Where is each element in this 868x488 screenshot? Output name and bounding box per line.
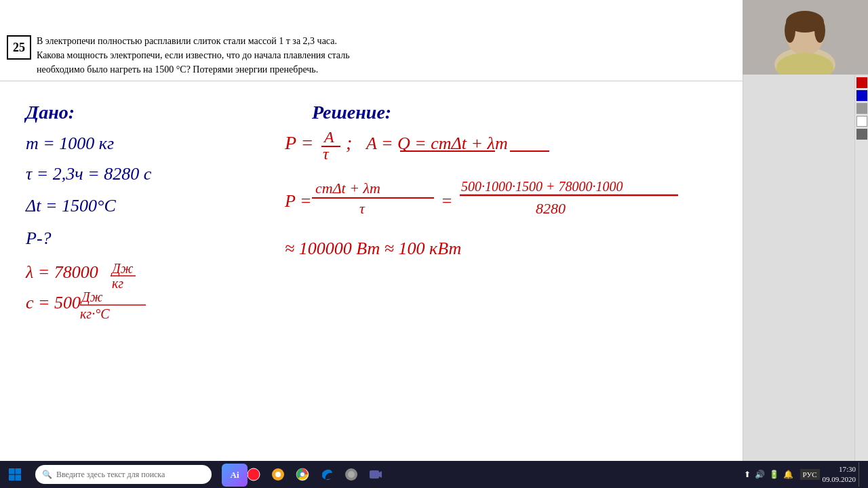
- taskbar-unknown-button[interactable]: [339, 462, 363, 487]
- taskbar-chrome-button[interactable]: [290, 462, 315, 487]
- ai-label: Ai: [231, 470, 239, 481]
- search-placeholder-text: Введите здесь текст для поиска: [56, 470, 165, 480]
- notification-icon: 🔔: [783, 470, 793, 480]
- svg-text:P-?: P-?: [25, 228, 52, 248]
- svg-rect-43: [16, 475, 22, 481]
- svg-text:Дж: Дж: [80, 289, 103, 305]
- svg-point-37: [785, 18, 795, 43]
- toolbar-btn-gray2[interactable]: [856, 116, 867, 127]
- problem-text: В электропечи полностью расплавили слито…: [37, 34, 350, 77]
- svg-text:c = 500: c = 500: [26, 293, 81, 312]
- taskbar-video-button[interactable]: [363, 462, 388, 487]
- main-content: 25 В электропечи полностью расплавили сл…: [0, 0, 743, 461]
- svg-text:≈ 100000 Вт ≈ 100 кВт: ≈ 100000 Вт ≈ 100 кВт: [285, 239, 461, 258]
- svg-text:Дано:: Дано:: [24, 102, 75, 123]
- system-icons: ⬆ 🔊 🔋 🔔: [744, 470, 793, 480]
- svg-text:λ = 78000: λ = 78000: [25, 262, 98, 282]
- date-display: 09.09.2020: [823, 474, 856, 485]
- svg-text:500·1000·1500 + 78000·1000: 500·1000·1500 + 78000·1000: [461, 179, 623, 194]
- whiteboard: Дано: Решение: m = 1000 кг τ = 2,3ч = 82…: [0, 81, 743, 461]
- svg-rect-57: [370, 470, 379, 479]
- lang-indicator: РУС: [800, 469, 820, 480]
- svg-rect-42: [9, 475, 15, 481]
- svg-point-48: [250, 468, 257, 481]
- svg-text:8280: 8280: [536, 200, 566, 217]
- svg-text:τ = 2,3ч = 8280 с: τ = 2,3ч = 8280 с: [26, 164, 152, 184]
- svg-text:Решение:: Решение:: [311, 102, 391, 123]
- search-icon: 🔍: [42, 470, 52, 480]
- webcam: [743, 0, 868, 75]
- svg-point-56: [348, 471, 355, 478]
- toolbar-btn-gray3[interactable]: [856, 129, 867, 140]
- toolbar-btn-red[interactable]: [856, 77, 867, 88]
- svg-text:τ: τ: [359, 200, 366, 217]
- start-button[interactable]: [0, 461, 30, 488]
- toolbar-btn-gray[interactable]: [856, 103, 867, 114]
- svg-text:m = 1000 кг: m = 1000 кг: [26, 134, 114, 153]
- svg-marker-58: [379, 471, 382, 478]
- svg-text:Δt = 1500°C: Δt = 1500°C: [25, 196, 116, 216]
- svg-text:A: A: [323, 128, 334, 146]
- svg-text:A = Q = cmΔt + λm: A = Q = cmΔt + λm: [365, 134, 508, 153]
- network-icon: ⬆: [744, 470, 751, 480]
- svg-text:=: =: [441, 191, 453, 211]
- right-toolbar: [854, 75, 868, 461]
- taskbar-right: ⬆ 🔊 🔋 🔔 РУС 17:30 09.09.2020: [744, 462, 868, 487]
- ai-button[interactable]: Ai: [222, 464, 248, 487]
- svg-text:P =: P =: [284, 132, 314, 153]
- problem-box: 25 В электропечи полностью расплавили сл…: [0, 30, 743, 81]
- svg-rect-41: [16, 468, 22, 474]
- svg-text:;: ;: [346, 132, 352, 153]
- svg-rect-40: [9, 468, 15, 474]
- clock: 17:30 09.09.2020: [823, 464, 856, 485]
- svg-point-54: [300, 472, 304, 476]
- toolbar-btn-blue[interactable]: [856, 90, 867, 101]
- search-bar[interactable]: 🔍 Введите здесь текст для поиска: [35, 465, 212, 484]
- svg-text:P =: P =: [284, 191, 311, 211]
- battery-icon: 🔋: [769, 470, 779, 480]
- svg-text:cmΔt + λm: cmΔt + λm: [315, 180, 380, 197]
- taskbar: 🔍 Введите здесь текст для поиска: [0, 461, 868, 488]
- volume-icon: 🔊: [755, 470, 765, 480]
- show-desktop-button[interactable]: [859, 462, 863, 487]
- taskbar-browser-button[interactable]: [266, 462, 290, 487]
- svg-text:кг: кг: [112, 276, 123, 291]
- taskbar-edge-button[interactable]: [315, 462, 339, 487]
- svg-text:τ: τ: [323, 145, 330, 163]
- problem-number: 25: [7, 35, 31, 60]
- svg-text:кг·°С: кг·°С: [80, 306, 110, 321]
- svg-point-38: [814, 18, 825, 43]
- time-display: 17:30: [823, 464, 856, 474]
- right-sidebar: [743, 0, 868, 461]
- svg-point-51: [275, 472, 281, 477]
- svg-text:Дж: Дж: [111, 261, 134, 277]
